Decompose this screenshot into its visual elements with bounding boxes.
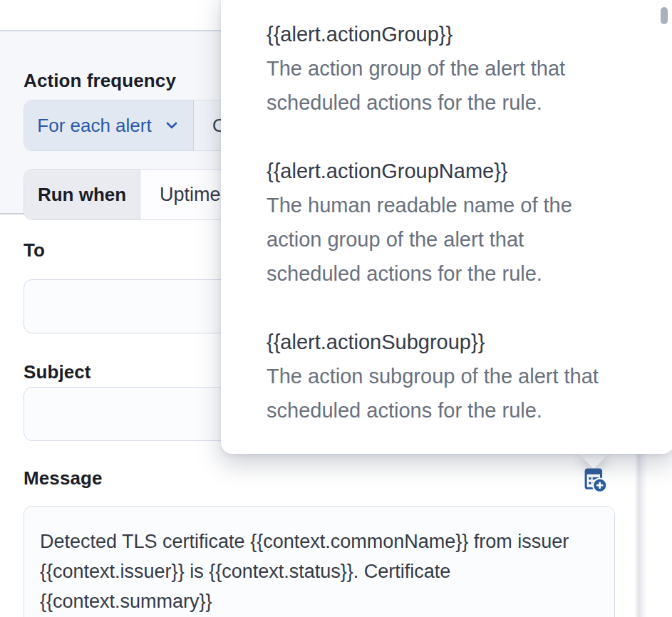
to-label: To bbox=[24, 239, 45, 261]
notify-when-value: For each alert bbox=[37, 115, 151, 137]
variable-item[interactable]: {{alert.actionGroupName}} The human read… bbox=[267, 154, 634, 291]
chevron-down-icon bbox=[163, 117, 180, 134]
variable-name: {{alert.actionGroup}} bbox=[267, 17, 634, 51]
variables-popover: {{alert.actionGroup}} The action group o… bbox=[221, 0, 672, 454]
popover-scrollbar-thumb[interactable] bbox=[661, 7, 668, 24]
list-add-icon bbox=[581, 467, 608, 494]
add-variable-button[interactable] bbox=[579, 465, 610, 496]
run-when-value: Uptime bbox=[160, 184, 221, 206]
message-label: Message bbox=[24, 467, 103, 489]
message-textarea[interactable]: Detected TLS certificate {{context.commo… bbox=[24, 506, 615, 617]
variable-item[interactable]: {{alert.actionGroup}} The action group o… bbox=[267, 17, 634, 120]
variable-name: {{alert.actionSubgroup}} bbox=[267, 325, 634, 359]
variable-description: The human readable name of the action gr… bbox=[267, 188, 616, 291]
notify-when-select[interactable]: For each alert bbox=[24, 100, 193, 150]
run-when-label: Run when bbox=[24, 170, 140, 219]
variable-name: {{alert.actionGroupName}} bbox=[267, 154, 634, 188]
variable-description: The action subgroup of the alert that sc… bbox=[267, 359, 616, 427]
variable-description: The action group of the alert that sched… bbox=[267, 51, 616, 120]
action-frequency-label: Action frequency bbox=[24, 70, 176, 92]
subject-label: Subject bbox=[24, 361, 91, 383]
variable-item[interactable]: {{alert.actionSubgroup}} The action subg… bbox=[267, 325, 634, 427]
